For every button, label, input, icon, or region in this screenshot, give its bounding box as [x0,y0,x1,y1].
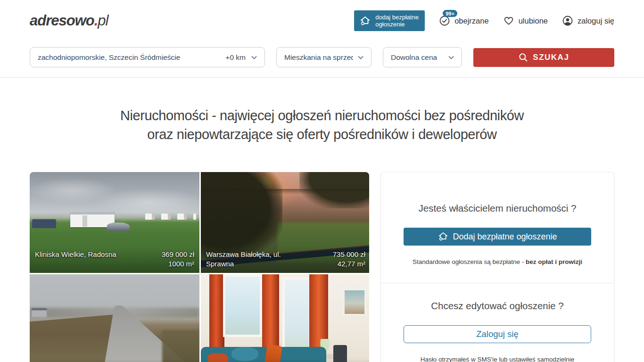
owner-panel-title: Jesteś właścicielem nieruchomości ? [404,203,591,214]
search-button-label: SZUKAJ [533,53,569,62]
owner-panel-note: Standardowe ogłoszenia są bezpłatne - be… [404,258,591,265]
listing-numbers: 369 000 zł 1000 m² [162,250,194,269]
logo-tld: pl [98,12,108,29]
favorites-label: ulubione [519,16,548,25]
house-add-icon [359,15,371,27]
listing-numbers: 735 000 zł 42,77 m² [333,250,365,269]
top-bar: adresowo.pl dodaj bezpłatne ogłoszenie 9… [0,0,644,41]
price-value: Dowolna cena [391,53,437,62]
edit-panel-title: Chcesz edytować ogłoszenie ? [404,300,591,312]
logo[interactable]: adresowo.pl [30,12,108,29]
listing-grid: Kliniska Wielkie, Radosna 369 000 zł 100… [30,172,369,362]
listing-card[interactable]: Felicjanów 970 000 zł [30,274,199,362]
page-title-line2: oraz niepowtarzające się oferty pośredni… [0,125,644,144]
listing-caption: Felicjanów 970 000 zł [30,359,199,362]
chevron-down-icon [357,54,364,61]
chevron-down-icon [250,54,258,61]
sidebar-login-button[interactable]: Zaloguj się [404,325,591,343]
listing-card[interactable]: Warszawa Białołęka, ul. Sprawna 735 000 … [201,172,369,273]
location-input[interactable]: zachodniopomorskie, Szczecin Śródmieście… [30,47,265,67]
listing-photo-interior [201,274,369,362]
main-content: Kliniska Wielkie, Radosna 369 000 zł 100… [0,172,644,362]
chevron-down-icon [447,54,455,61]
listing-card[interactable]: Kliniska Wielkie, Radosna 369 000 zł 100… [30,172,199,273]
viewed-link[interactable]: 99+ obejrzane [439,15,488,26]
heart-icon [503,15,514,26]
edit-panel: Chcesz edytować ogłoszenie ? Zaloguj się… [404,283,591,362]
location-value: zachodniopomorskie, Szczecin Śródmieście [38,53,225,62]
listing-location: Kliniska Wielkie, Radosna [35,250,116,259]
listing-price: 735 000 zł [333,250,365,259]
logo-main: adresowo [30,12,94,29]
page-title: Nieruchomości - najwięcej ogłoszeń nieru… [0,106,644,144]
listing-caption: Warszawa Białołęka, ul. Sprawna 735 000 … [201,247,369,273]
listing-caption: Kliniska Wielkie, Radosna 369 000 zł 100… [30,247,199,273]
listing-photo-road [30,274,199,362]
page-title-line1: Nieruchomości - najwięcej ogłoszeń nieru… [0,106,644,125]
add-listing-label: dodaj bezpłatne ogłoszenie [375,14,419,28]
viewed-label: obejrzane [454,16,488,25]
header-actions: dodaj bezpłatne ogłoszenie 99+ obejrzane… [354,10,614,31]
sidebar-add-listing-label: Dodaj bezpłatne ogłoszenie [453,232,557,242]
edit-panel-note: Hasło otrzymałeś w SMS'ie lub ustawiłeś … [404,356,591,362]
price-select[interactable]: Dowolna cena [383,47,462,67]
search-icon [518,52,528,63]
user-circle-icon [562,15,573,26]
category-select[interactable]: Mieszkania na sprzeda [276,47,372,67]
header-divider [0,77,644,78]
sidebar-add-listing-button[interactable]: Dodaj bezpłatne ogłoszenie [404,228,591,246]
search-bar: zachodniopomorskie, Szczecin Śródmieście… [0,47,644,67]
radius-value: +0 km [225,53,246,62]
favorites-link[interactable]: ulubione [503,15,548,26]
add-listing-button[interactable]: dodaj bezpłatne ogłoszenie [354,10,425,31]
owner-panel: Jesteś właścicielem nieruchomości ? Doda… [380,172,614,362]
login-link[interactable]: zaloguj się [562,15,614,26]
listing-area: 42,77 m² [333,259,365,269]
category-value: Mieszkania na sprzeda [284,53,353,62]
listing-location: Warszawa Białołęka, ul. Sprawna [206,250,298,269]
listing-caption: Władysławowo, ul. 514 000 zł [201,359,369,362]
listing-price: 369 000 zł [162,250,194,259]
login-label: zaloguj się [578,16,614,25]
house-add-icon [438,231,449,242]
listing-card[interactable]: Władysławowo, ul. 514 000 zł [201,274,369,362]
search-button[interactable]: SZUKAJ [473,48,614,67]
viewed-badge: 99+ [443,10,457,17]
listing-area: 1000 m² [162,259,194,269]
